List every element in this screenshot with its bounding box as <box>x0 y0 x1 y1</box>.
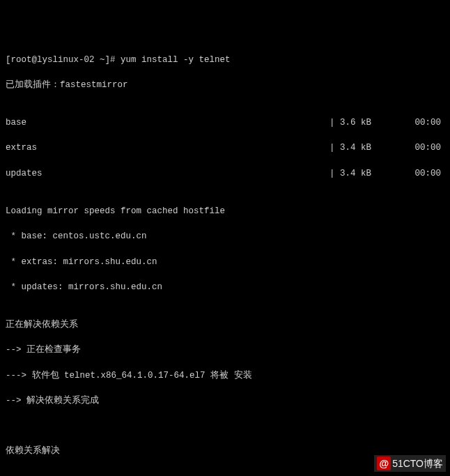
repo-row: base| 3.6 kB 00:00 <box>6 116 444 129</box>
repo-size: | 3.4 kB <box>329 167 399 180</box>
at-icon: @ <box>377 456 391 470</box>
deps-done: --> 解决依赖关系完成 <box>6 394 444 407</box>
repo-time: 00:00 <box>399 167 444 180</box>
prompt-userhost: [root@lyslinux-02 ~]# <box>6 55 121 65</box>
repo-row: extras| 3.4 kB 00:00 <box>6 141 444 154</box>
repo-time: 00:00 <box>399 116 444 129</box>
watermark: @51CTO博客 <box>374 455 446 472</box>
blank <box>6 420 444 432</box>
resolving-deps: 正在解决依赖关系 <box>6 318 444 331</box>
pkg-will-install: ---> 软件包 telnet.x86_64.1.0.17-64.el7 将被 … <box>6 369 444 382</box>
plugins-line: 已加载插件：fastestmirror <box>6 79 444 91</box>
loading-mirror: Loading mirror speeds from cached hostfi… <box>6 205 444 217</box>
repo-name: updates <box>6 167 329 180</box>
command-text: yum install -y telnet <box>121 55 231 65</box>
watermark-text: 51CTO博客 <box>392 456 443 470</box>
repo-name: extras <box>6 141 329 154</box>
repo-name: base <box>6 116 329 129</box>
repo-size: | 3.6 kB <box>329 116 399 129</box>
repo-row: updates| 3.4 kB 00:00 <box>6 167 444 180</box>
checking-tx: --> 正在检查事务 <box>6 344 444 356</box>
repo-size: | 3.4 kB <box>329 141 399 154</box>
prompt-line-1[interactable]: [root@lyslinux-02 ~]# yum install -y tel… <box>6 54 444 66</box>
mirror-line: * updates: mirrors.shu.edu.cn <box>6 281 444 293</box>
mirror-line: * base: centos.ustc.edu.cn <box>6 230 444 243</box>
mirror-line: * extras: mirrors.shu.edu.cn <box>6 256 444 268</box>
repo-time: 00:00 <box>399 141 444 154</box>
